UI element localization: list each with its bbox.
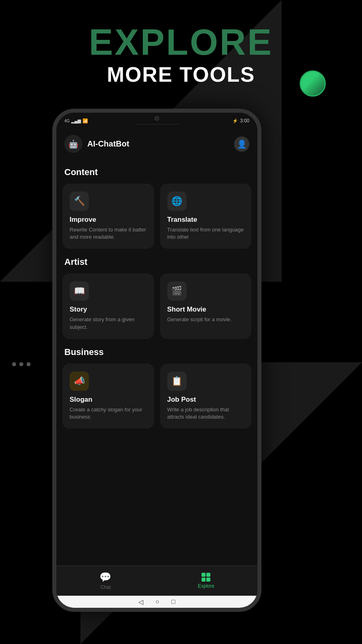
back-button[interactable]: ◁	[138, 598, 143, 606]
artist-tools-grid: 📖 Story Generate story from a given subj…	[62, 273, 251, 339]
dots-decoration	[12, 362, 31, 366]
green-circle-decoration	[300, 70, 326, 97]
tool-card-job-post[interactable]: 📋 Job Post Write a job description that …	[160, 363, 252, 429]
app-title: AI-ChatBot	[87, 139, 129, 149]
tool-card-translate[interactable]: 🌐 Translate Translate text from one lang…	[160, 184, 252, 249]
slogan-icon: 📣	[74, 376, 85, 386]
time-display: 3:00	[240, 118, 249, 124]
job-post-icon-wrap: 📋	[167, 372, 187, 391]
translate-icon: 🌐	[171, 196, 182, 206]
section-title-content: Content	[64, 167, 249, 178]
short-movie-icon: 🎬	[171, 286, 182, 296]
slogan-icon-wrap: 📣	[70, 372, 89, 391]
camera-notch	[154, 116, 159, 121]
translate-name: Translate	[167, 216, 245, 224]
bot-emoji: 🤖	[68, 139, 78, 149]
signal-bars: ▂▄▆	[71, 118, 81, 124]
phone-notch	[121, 113, 193, 124]
battery-icon: ⚡	[232, 118, 238, 124]
job-post-name: Job Post	[167, 396, 245, 404]
explore-grid-icon	[202, 573, 210, 582]
avatar-icon: 👤	[237, 139, 247, 149]
slogan-desc: Create a catchy slogan for your business	[70, 406, 147, 421]
story-name: Story	[70, 305, 147, 314]
user-avatar-button[interactable]: 👤	[234, 136, 249, 152]
short-movie-name: Short Movie	[167, 305, 245, 314]
bot-icon: 🤖	[64, 135, 82, 153]
phone-home-bar: ◁ ○ □	[56, 596, 257, 608]
dot-3	[27, 362, 31, 366]
slogan-name: Slogan	[70, 396, 147, 404]
phone-frame: 4G ▂▄▆ 📶 ⚡ 3:00 🤖 AI-ChatBot 👤	[52, 109, 261, 612]
phone-body: 4G ▂▄▆ 📶 ⚡ 3:00 🤖 AI-ChatBot 👤	[56, 113, 257, 608]
translate-icon-wrap: 🌐	[167, 192, 187, 211]
business-tools-grid: 📣 Slogan Create a catchy slogan for your…	[62, 363, 251, 429]
chat-nav-label: Chat	[101, 584, 111, 590]
app-header: 🤖 AI-ChatBot 👤	[56, 129, 257, 159]
status-left: 4G ▂▄▆ 📶	[64, 118, 88, 124]
chat-nav-icon: 💬	[99, 572, 111, 583]
recents-button[interactable]: □	[171, 598, 175, 605]
job-post-icon: 📋	[171, 376, 182, 386]
dot-1	[12, 362, 16, 366]
tool-card-slogan[interactable]: 📣 Slogan Create a catchy slogan for your…	[62, 363, 154, 429]
nav-chat[interactable]: 💬 Chat	[99, 572, 111, 590]
section-title-artist: Artist	[64, 257, 249, 267]
nav-explore[interactable]: Explore	[198, 573, 214, 589]
home-button[interactable]: ○	[155, 598, 159, 605]
dot-2	[19, 362, 23, 366]
tool-card-improve[interactable]: 🔨 Improve Rewrite Content to make it bat…	[62, 184, 154, 249]
job-post-desc: Write a job description that attracts id…	[167, 406, 245, 421]
signal-text: 4G	[64, 119, 70, 123]
app-content[interactable]: Content 🔨 Improve Rewrite Content to mak…	[56, 159, 257, 566]
story-desc: Generate story from a given subject.	[70, 316, 147, 330]
improve-desc: Rewrite Content to make it batter and mo…	[70, 226, 147, 241]
tool-card-story[interactable]: 📖 Story Generate story from a given subj…	[62, 273, 154, 339]
wifi-icon: 📶	[82, 118, 88, 124]
explore-title: EXPLORE	[0, 24, 362, 60]
story-icon-wrap: 📖	[70, 281, 89, 301]
translate-desc: Translate text from one language into ot…	[167, 226, 245, 241]
content-tools-grid: 🔨 Improve Rewrite Content to make it bat…	[62, 184, 251, 249]
bottom-nav: 💬 Chat Explore	[56, 566, 257, 596]
tool-card-short-movie[interactable]: 🎬 Short Movie Generate scrpit for a movi…	[160, 273, 252, 339]
short-movie-icon-wrap: 🎬	[167, 281, 187, 301]
improve-icon-wrap: 🔨	[70, 192, 89, 211]
story-icon: 📖	[74, 286, 85, 296]
status-right: ⚡ 3:00	[232, 118, 249, 124]
app-logo: 🤖 AI-ChatBot	[64, 135, 129, 153]
explore-nav-label: Explore	[198, 583, 214, 589]
improve-name: Improve	[70, 216, 147, 224]
section-title-business: Business	[64, 347, 249, 357]
short-movie-desc: Generate scrpit for a movie.	[167, 316, 245, 323]
improve-icon: 🔨	[74, 196, 85, 206]
